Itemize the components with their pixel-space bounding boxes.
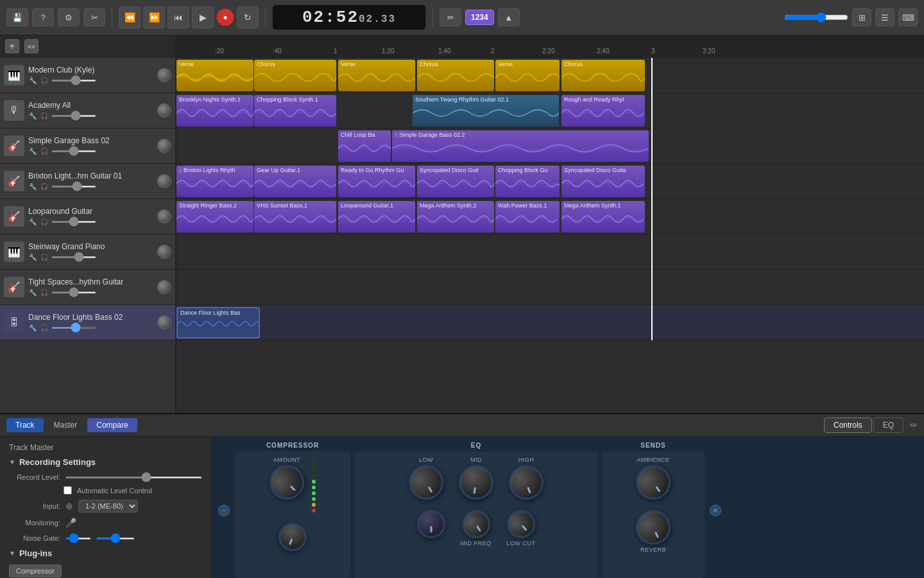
track-volume-4[interactable]: [51, 221, 96, 223]
track-item[interactable]: 🎸 Looparound Guitar 🔧 🎧: [0, 199, 175, 234]
track-solo-4[interactable]: 🎧: [40, 217, 49, 226]
track-solo-1[interactable]: 🎧: [40, 111, 49, 120]
noise-gate-slider-1[interactable]: [65, 538, 91, 539]
track-volume-0[interactable]: [51, 80, 96, 82]
clip[interactable]: VHS Sunset Bass.1: [254, 201, 336, 232]
low-cut-knob[interactable]: [501, 504, 541, 544]
track-item-selected[interactable]: 🎛 Dance Floor Lights Bass 02 🔧 🎧: [0, 305, 175, 340]
clip[interactable]: Straight Ringer Bass.2: [176, 201, 253, 232]
input-select[interactable]: 1-2 (ME-80): [78, 500, 138, 512]
track-lane-0[interactable]: Verse Chorus Verse Chorus: [176, 58, 924, 93]
compressor-output-knob[interactable]: [275, 519, 311, 555]
clip[interactable]: Verse: [338, 60, 415, 91]
rewind-btn[interactable]: ⏪: [119, 6, 141, 28]
track-mute-5[interactable]: 🔧: [28, 252, 37, 261]
clip[interactable]: ↓ Brixton Lights Rhyth: [176, 166, 253, 197]
recording-settings-header[interactable]: ▼ Recording Settings: [9, 457, 202, 467]
track-mute-1[interactable]: 🔧: [28, 111, 37, 120]
help-btn[interactable]: ?: [32, 8, 54, 26]
clip[interactable]: Dance Floor Lights Bas: [176, 307, 260, 338]
clip[interactable]: Rough and Ready Rhyt: [561, 95, 645, 127]
count-in-btn[interactable]: ▲: [498, 8, 520, 26]
clip[interactable]: Ready to Go Rhythm Gu: [338, 166, 415, 197]
tab-compare[interactable]: Compare: [87, 418, 137, 432]
clip[interactable]: Looparound Guitar.1: [338, 201, 415, 232]
track-volume-3[interactable]: [51, 186, 96, 188]
edit-icon-btn[interactable]: ✏: [910, 420, 918, 430]
tab-track[interactable]: Track: [6, 418, 44, 432]
track-pan-5[interactable]: [157, 245, 171, 259]
clip[interactable]: Brooklyn Nights Synth.1: [176, 95, 253, 127]
track-mute-3[interactable]: 🔧: [28, 182, 37, 191]
record-level-slider[interactable]: [65, 477, 202, 478]
clip[interactable]: Syncopated Disco Guita: [561, 166, 645, 197]
compressor-btn[interactable]: Compressor: [9, 565, 62, 577]
track-item[interactable]: 🎹 Steinway Grand Piano 🔧 🎧: [0, 234, 175, 270]
high-knob[interactable]: [504, 460, 548, 504]
track-volume-7[interactable]: [51, 327, 96, 329]
track-lane-3[interactable]: ↓ Brixton Lights Rhyth Gear Up Guitar.1 …: [176, 164, 924, 199]
track-item[interactable]: 🎙 Academy All 🔧 🎧: [0, 93, 175, 128]
track-pan-7[interactable]: [157, 315, 171, 329]
track-lane-2[interactable]: Chill Loop Ba ↑ Simple Garage Bass 02.2: [176, 128, 924, 164]
track-mute-6[interactable]: 🔧: [28, 288, 37, 297]
track-volume-6[interactable]: [51, 292, 96, 293]
track-solo-2[interactable]: 🎧: [40, 146, 49, 155]
track-volume-2[interactable]: [51, 150, 96, 152]
track-item[interactable]: 🎸 Simple Garage Bass 02 🔧 🎧: [0, 128, 175, 164]
collapse-btn[interactable]: «»: [24, 39, 38, 53]
track-mute-0[interactable]: 🔧: [28, 76, 37, 85]
track-lane-6[interactable]: [176, 270, 924, 305]
track-item[interactable]: 🎸 Tight Spaces...hythm Guitar 🔧 🎧: [0, 270, 175, 305]
clip[interactable]: Syncopated Disco Guit: [417, 166, 494, 197]
track-pan-3[interactable]: [157, 174, 171, 188]
track-solo-6[interactable]: 🎧: [40, 288, 49, 297]
track-lane-1[interactable]: Brooklyn Nights Synth.1 Chopping Block S…: [176, 93, 924, 128]
track-volume-5[interactable]: [51, 256, 96, 258]
track-volume-1[interactable]: [51, 115, 96, 117]
plugin-close-btn[interactable]: ✕: [710, 505, 721, 516]
track-lane-4[interactable]: Straight Ringer Bass.2 VHS Sunset Bass.1…: [176, 199, 924, 234]
tab-controls[interactable]: Controls: [824, 417, 872, 433]
track-item[interactable]: 🎹 Modern Club (Kyle) 🔧 🎧: [0, 58, 175, 93]
track-mute-7[interactable]: 🔧: [28, 323, 37, 332]
tab-eq[interactable]: EQ: [873, 417, 903, 433]
clip[interactable]: Chill Loop Ba: [338, 130, 391, 162]
tab-master[interactable]: Master: [45, 418, 87, 432]
track-lane-7[interactable]: Dance Floor Lights Bas: [176, 305, 924, 340]
list-view-btn[interactable]: ☰: [875, 8, 894, 26]
clip[interactable]: Chopping Block Synth.1: [254, 95, 336, 127]
plugin-power-btn[interactable]: ○: [218, 505, 230, 516]
low-knob[interactable]: [402, 459, 450, 506]
track-pan-4[interactable]: [157, 209, 171, 223]
clip[interactable]: Gear Up Guitar.1: [254, 166, 336, 197]
loop-btn[interactable]: ↻: [237, 6, 259, 28]
clip[interactable]: Chorus: [417, 60, 494, 91]
track-solo-3[interactable]: 🎧: [40, 182, 49, 191]
clip[interactable]: Verse: [176, 60, 253, 91]
track-solo-7[interactable]: 🎧: [40, 323, 49, 332]
track-pan-0[interactable]: [157, 68, 171, 82]
plug-ins-header[interactable]: ▼ Plug-ins: [9, 548, 202, 558]
clip[interactable]: Chorus: [561, 60, 645, 91]
clip[interactable]: Verse: [495, 60, 560, 91]
track-mute-4[interactable]: 🔧: [28, 217, 37, 226]
mid-freq-knob[interactable]: [456, 505, 495, 543]
track-item[interactable]: 🎸 Brixton Light...hm Guitar 01 🔧 🎧: [0, 164, 175, 199]
clip[interactable]: Southern Twang Rhythm Guitar 02.1: [413, 95, 559, 127]
track-lane-5[interactable]: [176, 234, 924, 270]
track-mute-2[interactable]: 🔧: [28, 146, 37, 155]
low-small-knob[interactable]: [417, 510, 445, 538]
metronome-btn[interactable]: 1234: [465, 10, 494, 25]
clip[interactable]: Wah Power Bass.1: [495, 201, 560, 232]
track-solo-0[interactable]: 🎧: [40, 76, 49, 85]
noise-gate-slider-2[interactable]: [96, 538, 135, 539]
key-btn[interactable]: ⌨: [898, 8, 918, 26]
track-pan-1[interactable]: [157, 103, 171, 118]
reverb-knob[interactable]: [630, 504, 676, 550]
track-pan-6[interactable]: [157, 280, 171, 294]
smart-controls-btn[interactable]: ⚙: [58, 8, 80, 26]
clip[interactable]: Mega Anthem Synth.2: [417, 201, 494, 232]
pencil-btn[interactable]: ✏: [440, 8, 461, 26]
amount-knob[interactable]: [262, 458, 311, 507]
